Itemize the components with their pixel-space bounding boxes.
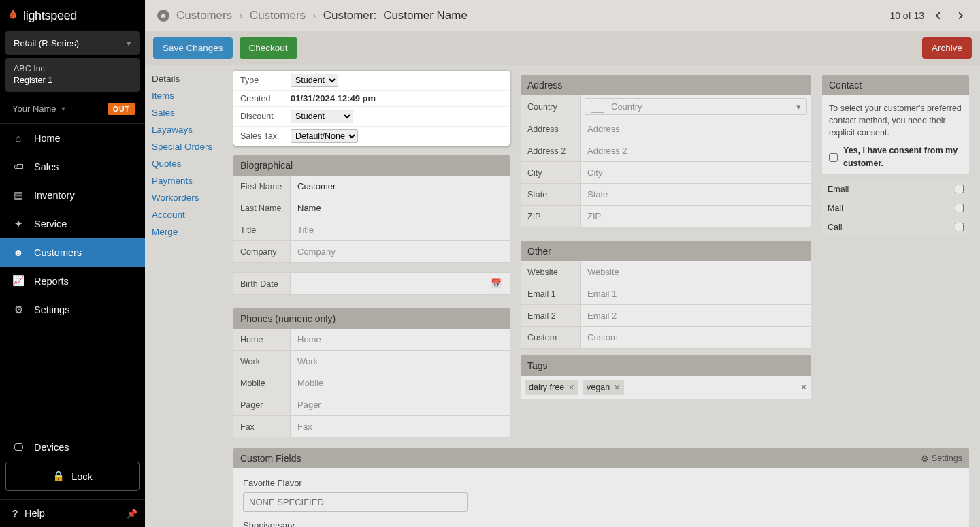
tags-clear-all[interactable]: ✕: [800, 383, 807, 392]
user-menu[interactable]: Your Name ▼ OUT: [5, 95, 140, 123]
nav-home[interactable]: ⌂Home: [0, 124, 145, 153]
checkout-button[interactable]: Checkout: [240, 37, 297, 59]
nav-devices[interactable]: 🖵Devices: [0, 433, 145, 462]
subnav-workorders[interactable]: Workorders: [152, 193, 225, 203]
subnav-layaways[interactable]: Layaways: [152, 125, 225, 135]
custom-fields-settings-link[interactable]: ⚙Settings: [921, 453, 962, 464]
contact-intro: To select your customer's preferred cont…: [829, 102, 962, 139]
address-label: Address: [521, 118, 581, 140]
city-label: City: [521, 162, 581, 183]
created-label: Created: [233, 94, 288, 103]
birth-date-input[interactable]: [295, 276, 491, 291]
title-input[interactable]: [295, 222, 506, 238]
phone-fax-label: Fax: [233, 416, 291, 437]
save-changes-button[interactable]: Save Changes: [153, 37, 233, 59]
zip-label: ZIP: [521, 206, 581, 227]
subnav-header: Details: [152, 74, 225, 84]
sales-tax-select[interactable]: Default/None: [291, 129, 358, 143]
website-input[interactable]: [585, 264, 807, 280]
pager-next[interactable]: [953, 8, 968, 23]
country-placeholder: Country: [610, 99, 796, 114]
country-label: Country: [521, 95, 581, 118]
nav-settings[interactable]: ⚙Settings: [0, 296, 145, 324]
pager-prev[interactable]: [931, 8, 946, 23]
chart-icon: 📈: [12, 275, 24, 287]
help-button[interactable]: ?Help: [0, 500, 118, 527]
consent-checkbox-row[interactable]: Yes, I have consent from my customer.: [829, 144, 962, 169]
phones-header: Phones (numeric only): [233, 308, 510, 329]
other-header: Other: [521, 241, 811, 261]
brand-text: lightspeed: [23, 9, 77, 23]
consent-checkbox[interactable]: [829, 146, 838, 169]
flame-icon: [5, 6, 20, 25]
subnav-account[interactable]: Account: [152, 210, 225, 220]
caret-down-icon: ▼: [61, 106, 67, 112]
address2-input[interactable]: [585, 143, 807, 159]
contact-header: Contact: [822, 75, 969, 95]
tags-input[interactable]: dairy free✕ vegan✕ ✕: [521, 376, 811, 399]
calendar-icon[interactable]: 📅: [491, 278, 506, 289]
company-input[interactable]: [295, 244, 506, 259]
nav-reports[interactable]: 📈Reports: [0, 267, 145, 296]
consent-label: Yes, I have consent from my customer.: [843, 144, 962, 169]
address2-label: Address 2: [521, 140, 581, 161]
subnav-payments[interactable]: Payments: [152, 176, 225, 186]
custom-fields-header: Custom Fields ⚙Settings: [233, 448, 969, 468]
breadcrumb-root[interactable]: Customers: [176, 9, 232, 22]
tags-header: Tags: [521, 355, 811, 376]
gear-icon: ⚙: [921, 453, 929, 464]
zip-input[interactable]: [585, 208, 807, 224]
subnav-items[interactable]: Items: [152, 91, 225, 101]
contact-mail-checkbox[interactable]: [955, 204, 964, 212]
lock-button[interactable]: 🔒 Lock: [5, 462, 140, 491]
company-label: Company: [233, 241, 291, 262]
nav-sales[interactable]: 🏷Sales: [0, 153, 145, 181]
subnav-special-orders[interactable]: Special Orders: [152, 142, 225, 152]
country-select[interactable]: Country ▾: [585, 98, 807, 115]
main-nav: ⌂Home 🏷Sales ▤Inventory ✦Service ☻Custom…: [0, 124, 145, 433]
contact-call-checkbox[interactable]: [955, 223, 964, 231]
email2-input[interactable]: [585, 308, 807, 323]
state-input[interactable]: [585, 187, 807, 202]
retail-series-select[interactable]: Retail (R-Series) ▾: [5, 31, 140, 55]
phone-home-input[interactable]: [295, 332, 506, 347]
tag-remove-icon[interactable]: ✕: [568, 383, 574, 392]
box-icon: ▤: [12, 189, 24, 202]
address-input[interactable]: [585, 121, 807, 137]
discount-select[interactable]: Student: [291, 110, 353, 123]
phone-mobile-input[interactable]: [295, 375, 506, 391]
subnav-quotes[interactable]: Quotes: [152, 159, 225, 169]
email2-label: Email 2: [521, 305, 581, 326]
breadcrumb: ☻ Customers › Customers › Customer: Cust…: [157, 9, 468, 22]
chevron-down-icon: ▾: [127, 38, 131, 48]
city-input[interactable]: [585, 165, 807, 180]
subnav-merge[interactable]: Merge: [152, 227, 225, 237]
phone-work-input[interactable]: [295, 353, 506, 369]
custom-label: Custom: [521, 327, 581, 348]
shopiversary-label: Shopiversary: [243, 520, 960, 527]
tag-remove-icon[interactable]: ✕: [614, 383, 620, 392]
customer-subnav: Details Items Sales Layaways Special Ord…: [145, 65, 233, 527]
phone-pager-input[interactable]: [295, 397, 506, 413]
nav-service[interactable]: ✦Service: [0, 210, 145, 238]
subnav-sales[interactable]: Sales: [152, 108, 225, 118]
shop-register-select[interactable]: ABC Inc Register 1: [5, 58, 140, 92]
breadcrumb-level2[interactable]: Customers: [250, 9, 306, 22]
contact-email-checkbox[interactable]: [955, 185, 964, 193]
custom-fields-title: Custom Fields: [240, 453, 301, 464]
email1-input[interactable]: [585, 286, 807, 302]
first-name-input[interactable]: [295, 178, 506, 194]
pin-button[interactable]: 📌: [118, 500, 145, 527]
devices-icon: 🖵: [12, 441, 24, 453]
type-select[interactable]: Student: [291, 74, 338, 87]
help-icon: ?: [12, 508, 18, 519]
last-name-input[interactable]: [295, 200, 506, 216]
phone-fax-input[interactable]: [295, 419, 506, 434]
lock-icon: 🔒: [52, 470, 65, 482]
custom-input[interactable]: [585, 330, 807, 345]
archive-button[interactable]: Archive: [922, 37, 972, 59]
favorite-flavor-input[interactable]: [243, 492, 468, 512]
phone-work-label: Work: [233, 351, 291, 372]
nav-inventory[interactable]: ▤Inventory: [0, 181, 145, 210]
nav-customers[interactable]: ☻Customers: [0, 238, 145, 267]
